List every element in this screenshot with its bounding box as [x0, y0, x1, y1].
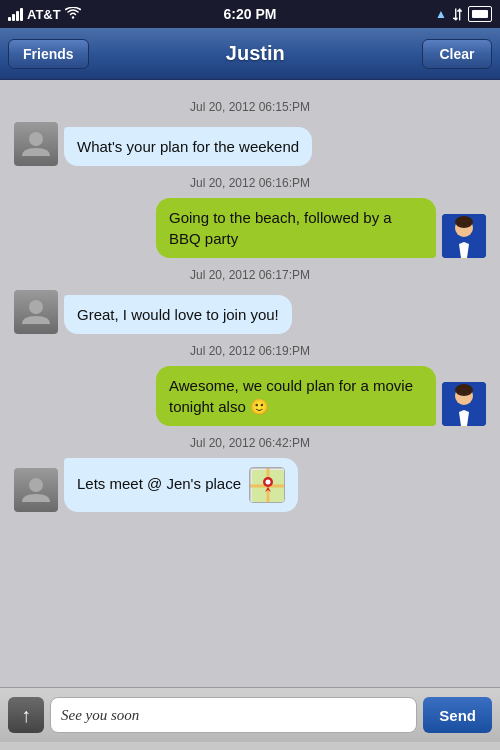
message-row: Awesome, we could plan for a movie tonig…	[8, 366, 492, 426]
svg-point-15	[266, 480, 271, 485]
avatar-outgoing-4	[442, 382, 486, 426]
send-button[interactable]: Send	[423, 697, 492, 733]
bubble-4: Awesome, we could plan for a movie tonig…	[156, 366, 436, 426]
bubble-5: Lets meet @ Jen's place	[64, 458, 298, 512]
upload-button[interactable]: ↑	[8, 697, 44, 733]
nav-bar: Friends Justin Clear	[0, 28, 500, 80]
svg-point-5	[29, 300, 43, 314]
carrier-label: AT&T	[27, 7, 61, 22]
message-row: Lets meet @ Jen's place	[8, 458, 492, 512]
svg-point-1	[29, 132, 43, 146]
message-text: What's your plan for the weekend	[77, 138, 299, 155]
timestamp-2: Jul 20, 2012 06:16:PM	[8, 176, 492, 190]
back-button[interactable]: Friends	[8, 39, 89, 69]
bubble-1: What's your plan for the weekend	[64, 127, 312, 166]
message-text: Going to the beach, followed by a BBQ pa…	[169, 209, 392, 247]
message-row: Going to the beach, followed by a BBQ pa…	[8, 198, 492, 258]
status-bar: AT&T 6:20 PM ▲ ⮃	[0, 0, 500, 28]
clear-button[interactable]: Clear	[422, 39, 492, 69]
timestamp-4: Jul 20, 2012 06:19:PM	[8, 344, 492, 358]
avatar-outgoing-2	[442, 214, 486, 258]
wifi-icon	[65, 7, 81, 22]
svg-point-9	[29, 478, 43, 492]
timestamp-1: Jul 20, 2012 06:15:PM	[8, 100, 492, 114]
message-input[interactable]	[50, 697, 417, 733]
message-text: Lets meet @ Jen's place	[77, 475, 245, 492]
input-bar: ↑ Send	[0, 687, 500, 742]
svg-point-0	[72, 16, 74, 18]
messages-area: Jul 20, 2012 06:15:PM What's your plan f…	[0, 80, 500, 687]
bubble-3: Great, I would love to join you!	[64, 295, 292, 334]
svg-point-4	[455, 216, 473, 228]
message-text: Awesome, we could plan for a movie tonig…	[169, 377, 413, 415]
signal-bars	[8, 8, 23, 21]
message-row: Great, I would love to join you!	[8, 290, 492, 334]
avatar-incoming-5	[14, 468, 58, 512]
status-left: AT&T	[8, 7, 81, 22]
avatar-incoming-3	[14, 290, 58, 334]
nav-title: Justin	[226, 42, 285, 65]
svg-point-8	[455, 384, 473, 396]
timestamp-3: Jul 20, 2012 06:17:PM	[8, 268, 492, 282]
status-time: 6:20 PM	[224, 6, 277, 22]
upload-icon: ↑	[21, 704, 31, 727]
location-icon: ▲	[435, 7, 447, 21]
bubble-2: Going to the beach, followed by a BBQ pa…	[156, 198, 436, 258]
bluetooth-icon: ⮃	[451, 7, 464, 22]
timestamp-5: Jul 20, 2012 06:42:PM	[8, 436, 492, 450]
message-row: What's your plan for the weekend	[8, 122, 492, 166]
status-right: ▲ ⮃	[435, 6, 492, 22]
map-icon	[249, 467, 285, 503]
message-text: Great, I would love to join you!	[77, 306, 279, 323]
battery-icon	[468, 6, 492, 22]
avatar-incoming-1	[14, 122, 58, 166]
